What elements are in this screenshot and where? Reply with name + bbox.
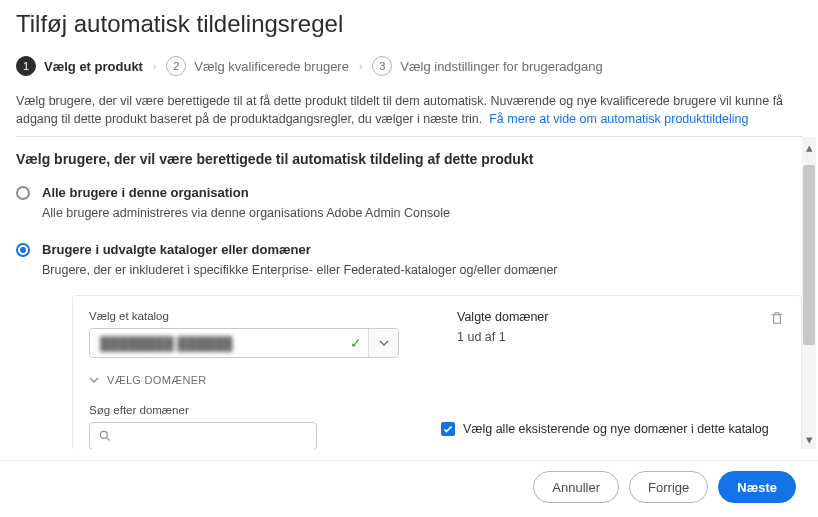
- step-1-label: Vælg et produkt: [44, 59, 143, 74]
- step-3[interactable]: 3 Vælg indstillinger for brugeradgang: [372, 56, 602, 76]
- domain-search-label: Søg efter domæner: [89, 404, 317, 416]
- radio-description: Alle brugere administreres via denne org…: [42, 206, 450, 220]
- select-all-domains-checkbox[interactable]: [441, 422, 455, 436]
- trash-icon[interactable]: [769, 310, 785, 329]
- wizard-stepper: 1 Vælg et produkt › 2 Vælg kvalificerede…: [16, 56, 802, 76]
- checkmark-icon: ✓: [350, 335, 362, 351]
- step-1-number: 1: [16, 56, 36, 76]
- scrollbar-thumb[interactable]: [803, 165, 815, 345]
- step-3-label: Vælg indstillinger for brugeradgang: [400, 59, 602, 74]
- learn-more-link[interactable]: Få mere at vide om automatisk produkttil…: [489, 112, 748, 126]
- content-scroll[interactable]: Vælg brugere, der vil være berettigede t…: [0, 137, 818, 449]
- radio-label: Alle brugere i denne organisation: [42, 185, 450, 200]
- scroll-down-arrow-icon[interactable]: ▾: [803, 433, 815, 445]
- radio-option-all-users[interactable]: Alle brugere i denne organisation Alle b…: [16, 185, 802, 220]
- radio-option-selected-catalogs[interactable]: Brugere i udvalgte kataloger eller domæn…: [16, 242, 802, 449]
- section-heading: Vælg brugere, der vil være berettigede t…: [16, 151, 802, 167]
- step-2-number: 2: [166, 56, 186, 76]
- catalog-dropdown-button[interactable]: [368, 329, 398, 357]
- domains-expander-label: VÆLG DOMÆNER: [107, 374, 207, 386]
- next-button[interactable]: Næste: [718, 471, 796, 503]
- wizard-footer: Annuller Forrige Næste: [0, 460, 818, 517]
- step-3-number: 3: [372, 56, 392, 76]
- selected-domains-count: 1 ud af 1: [457, 330, 549, 344]
- radio-description: Brugere, der er inkluderet i specifikke …: [42, 263, 802, 277]
- domain-search-input-wrap[interactable]: [89, 422, 317, 449]
- scroll-up-arrow-icon[interactable]: ▴: [803, 141, 815, 153]
- select-all-domains-label: Vælg alle eksisterende og nye domæner i …: [463, 422, 769, 436]
- catalog-selected-value: ████████ ██████: [90, 329, 368, 357]
- step-1[interactable]: 1 Vælg et produkt: [16, 56, 143, 76]
- page-title: Tilføj automatisk tildelingsregel: [16, 10, 802, 38]
- radio-input-selected-catalogs[interactable]: [16, 243, 30, 257]
- checkmark-icon: [443, 424, 453, 434]
- radio-input-all-users[interactable]: [16, 186, 30, 200]
- catalog-field-label: Vælg et katalog: [89, 310, 417, 322]
- step-2-label: Vælg kvalificerede brugere: [194, 59, 349, 74]
- chevron-right-icon: ›: [359, 61, 362, 72]
- step-2[interactable]: 2 Vælg kvalificerede brugere: [166, 56, 349, 76]
- search-icon: [98, 429, 112, 443]
- chevron-down-icon: [379, 338, 389, 348]
- domain-search-input[interactable]: [118, 429, 308, 443]
- select-all-domains-checkbox-row[interactable]: Vælg alle eksisterende og nye domæner i …: [441, 422, 769, 436]
- chevron-right-icon: ›: [153, 61, 156, 72]
- catalog-combobox[interactable]: ████████ ██████ ✓: [89, 328, 399, 358]
- intro-text: Vælg brugere, der vil være berettigede t…: [16, 92, 802, 128]
- radio-label: Brugere i udvalgte kataloger eller domæn…: [42, 242, 802, 257]
- svg-point-0: [100, 432, 107, 439]
- cancel-button[interactable]: Annuller: [533, 471, 619, 503]
- catalog-config-block: Vælg et katalog ████████ ██████ ✓: [72, 295, 802, 449]
- domains-expander[interactable]: VÆLG DOMÆNER: [89, 374, 417, 386]
- svg-line-1: [106, 438, 109, 441]
- selected-domains-label: Valgte domæner: [457, 310, 549, 324]
- previous-button[interactable]: Forrige: [629, 471, 708, 503]
- user-scope-radio-group: Alle brugere i denne organisation Alle b…: [16, 185, 802, 449]
- chevron-down-icon: [89, 375, 99, 385]
